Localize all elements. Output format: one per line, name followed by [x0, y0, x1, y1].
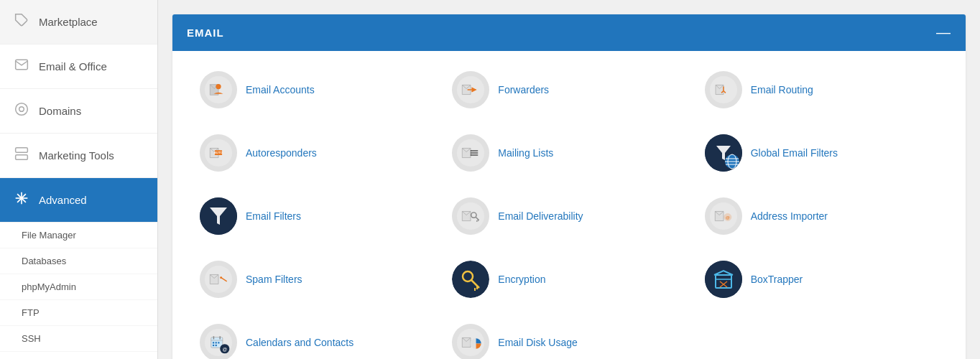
email-accounts-label: Email Accounts	[246, 84, 315, 95]
mailing-lists-label: Mailing Lists	[498, 147, 553, 159]
svg-point-25	[471, 154, 472, 156]
email-filters-icon	[200, 197, 237, 235]
grid-item-email-deliverability[interactable]: Email Deliverability	[446, 192, 691, 241]
forwarders-label: Forwarders	[498, 84, 549, 95]
grid-item-encryption[interactable]: Encryption	[446, 255, 691, 304]
sidebar-item-advanced[interactable]: Advanced	[0, 178, 157, 223]
svg-point-23	[471, 152, 472, 154]
tag-icon	[14, 13, 29, 31]
email-routing-label: Email Routing	[751, 84, 813, 95]
server-icon	[14, 146, 29, 164]
svg-text:@: @	[222, 347, 227, 352]
email-section: EMAIL — Email Accounts	[172, 14, 966, 359]
sidebar-item-domains-label: Domains	[39, 105, 81, 117]
svg-text:AUTO: AUTO	[214, 151, 223, 154]
circle-icon	[14, 102, 29, 120]
email-deliverability-icon	[452, 197, 489, 235]
grid-item-boxtrapper[interactable]: BoxTrapper	[699, 255, 944, 304]
sidebar-sub-menu: File Manager Databases phpMyAdmin FTP SS…	[0, 223, 157, 352]
sidebar-item-email-office-label: Email & Office	[39, 60, 107, 73]
email-section-header[interactable]: EMAIL —	[172, 14, 966, 51]
svg-rect-61	[213, 342, 214, 343]
address-importer-icon: @	[705, 197, 742, 235]
email-accounts-icon	[200, 71, 237, 108]
spam-filters-icon	[200, 261, 237, 298]
email-filters-label: Email Filters	[246, 210, 301, 222]
boxtrapper-label: BoxTrapper	[751, 274, 803, 285]
sidebar-item-marketing-tools-label: Marketing Tools	[39, 149, 114, 162]
boxtrapper-icon	[705, 261, 742, 298]
sidebar: Marketplace Email & Office Domains	[0, 0, 158, 359]
svg-point-45	[220, 276, 222, 279]
svg-rect-3	[16, 148, 28, 153]
svg-point-21	[471, 150, 472, 151]
sidebar-item-marketing-tools[interactable]: Marketing Tools	[0, 134, 157, 178]
sidebar-sub-phpmyadmin[interactable]: phpMyAdmin	[0, 274, 157, 300]
grid-item-address-importer[interactable]: @ Address Importer	[699, 192, 944, 241]
grid-item-email-disk-usage[interactable]: Email Disk Usage	[446, 318, 691, 359]
sidebar-item-advanced-label: Advanced	[39, 194, 87, 206]
address-importer-label: Address Importer	[751, 210, 828, 222]
envelope-icon	[14, 57, 29, 75]
main-content: EMAIL — Email Accounts	[158, 0, 980, 359]
asterisk-icon	[14, 191, 29, 209]
svg-rect-63	[218, 342, 219, 343]
grid-item-calendars-contacts[interactable]: @ Calendars and Contacts	[194, 318, 439, 359]
global-email-filters-icon	[705, 134, 742, 172]
sidebar-sub-file-manager[interactable]: File Manager	[0, 223, 157, 248]
email-section-body: Email Accounts Forwarders	[172, 51, 966, 359]
svg-rect-65	[216, 345, 217, 346]
encryption-label: Encryption	[498, 274, 545, 285]
svg-point-12	[216, 84, 221, 89]
autoresponders-label: Autoresponders	[246, 147, 317, 159]
autoresponders-icon: AUTO	[200, 134, 237, 172]
grid-item-email-routing[interactable]: Email Routing	[699, 65, 944, 114]
sidebar-item-marketplace-label: Marketplace	[39, 16, 98, 28]
svg-text:@: @	[726, 215, 730, 220]
email-routing-icon	[705, 71, 742, 108]
sidebar-sub-databases[interactable]: Databases	[0, 248, 157, 274]
grid-item-email-accounts[interactable]: Email Accounts	[194, 65, 439, 114]
email-disk-usage-icon	[452, 324, 489, 359]
svg-rect-4	[16, 155, 28, 160]
grid-item-mailing-lists[interactable]: Mailing Lists	[446, 129, 691, 177]
svg-point-2	[19, 107, 24, 112]
sidebar-item-marketplace[interactable]: Marketplace	[0, 0, 157, 45]
calendars-contacts-label: Calendars and Contacts	[246, 337, 353, 348]
grid-item-global-email-filters[interactable]: Global Email Filters	[699, 129, 944, 177]
svg-rect-64	[213, 345, 214, 346]
email-deliverability-label: Email Deliverability	[498, 210, 583, 222]
grid-item-spam-filters[interactable]: Spam Filters	[194, 255, 439, 304]
sidebar-item-domains[interactable]: Domains	[0, 89, 157, 134]
sidebar-sub-ftp[interactable]: FTP	[0, 300, 157, 326]
calendars-contacts-icon: @	[200, 324, 237, 359]
encryption-icon	[452, 261, 489, 298]
email-section-title: EMAIL	[187, 27, 224, 39]
email-disk-usage-label: Email Disk Usage	[498, 337, 577, 348]
svg-rect-62	[216, 342, 217, 343]
svg-point-46	[452, 261, 489, 298]
sidebar-item-email-office[interactable]: Email & Office	[0, 45, 157, 89]
mailing-lists-icon	[452, 134, 489, 172]
grid-item-forwarders[interactable]: Forwarders	[446, 65, 691, 114]
sidebar-sub-ssh[interactable]: SSH	[0, 326, 157, 352]
spam-filters-label: Spam Filters	[246, 274, 302, 285]
svg-point-1	[16, 103, 28, 116]
global-email-filters-label: Global Email Filters	[751, 147, 838, 159]
forwarders-icon	[452, 71, 489, 108]
grid-item-email-filters[interactable]: Email Filters	[194, 192, 439, 241]
grid-item-autoresponders[interactable]: AUTO Autoresponders	[194, 129, 439, 177]
email-section-collapse-icon: —	[936, 24, 951, 41]
